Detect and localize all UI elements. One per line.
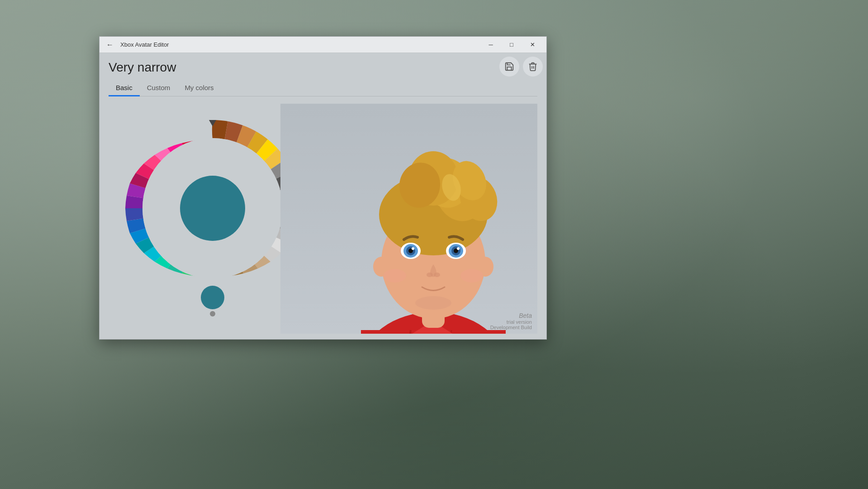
tab-basic[interactable]: Basic (109, 80, 140, 96)
selected-color-circle[interactable] (180, 176, 245, 241)
page-title: Very narrow (109, 60, 537, 75)
tab-custom[interactable]: Custom (140, 80, 178, 96)
window-controls: ─ □ ✕ (480, 37, 543, 53)
svg-point-31 (427, 273, 433, 277)
window-title: Xbox Avatar Editor (120, 41, 480, 48)
color-preview-dot[interactable] (201, 286, 224, 309)
content-area: Very narrow Basic Custom My colors (100, 53, 546, 339)
beta-label: Beta (490, 312, 532, 319)
action-buttons-container (499, 57, 543, 77)
maximize-button[interactable]: □ (501, 37, 522, 53)
trial-line2: Development Build (490, 325, 532, 330)
titlebar: ← Xbox Avatar Editor ─ □ ✕ (100, 37, 546, 53)
main-area: Beta trial version Development Build (109, 104, 537, 334)
delete-button[interactable] (523, 57, 543, 77)
minimize-button[interactable]: ─ (480, 37, 501, 53)
svg-point-25 (412, 247, 414, 250)
svg-point-32 (434, 273, 440, 277)
back-button[interactable]: ← (103, 38, 117, 52)
color-dot-indicator (210, 311, 215, 316)
watermark: Beta trial version Development Build (490, 312, 532, 330)
color-ring[interactable] (122, 118, 303, 299)
svg-point-34 (460, 269, 483, 283)
svg-point-30 (457, 247, 460, 250)
close-button[interactable]: ✕ (522, 37, 543, 53)
avatar-character (320, 104, 537, 334)
save-button[interactable] (499, 57, 519, 77)
avatar-area: Beta trial version Development Build (280, 104, 537, 334)
tab-my-colors[interactable]: My colors (177, 80, 221, 96)
tabs-container: Basic Custom My colors (109, 80, 537, 96)
svg-point-33 (384, 269, 406, 283)
trial-line1: trial version (490, 319, 532, 325)
main-window: ← Xbox Avatar Editor ─ □ ✕ (99, 36, 547, 340)
svg-point-35 (415, 296, 451, 310)
